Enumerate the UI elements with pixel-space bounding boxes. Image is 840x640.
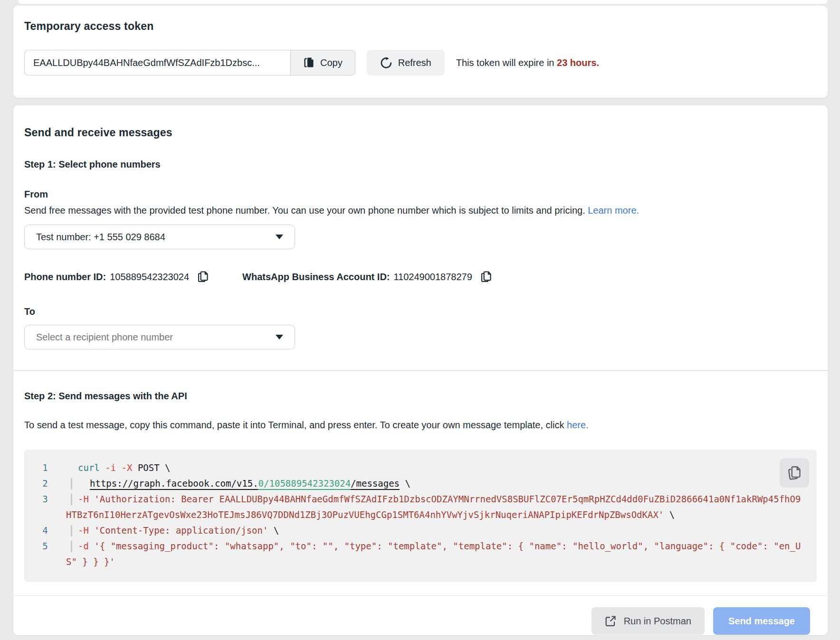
refresh-button-label: Refresh xyxy=(398,57,431,68)
account-ids-row: Phone number ID: 105889542323024 WhatsAp… xyxy=(24,270,817,283)
step2-help-text: To send a test message, copy this comman… xyxy=(24,420,817,431)
code-line-text: -H 'Authorization: Bearer EAALLDUBpy44BA… xyxy=(66,491,804,523)
phone-number-id-group: Phone number ID: 105889542323024 xyxy=(24,270,209,283)
from-number-selected-value: Test number: +1 555 029 8684 xyxy=(36,232,276,243)
waba-id-value: 110249001878279 xyxy=(393,272,472,282)
external-link-icon xyxy=(605,615,616,627)
code-line-text: -H 'Content-Type: application/json' \ xyxy=(66,523,804,538)
code-line-number: 4 xyxy=(24,523,66,538)
copy-token-button[interactable]: Copy xyxy=(290,50,355,75)
code-line-number: 1 xyxy=(24,460,66,476)
code-line-text: https://graph.facebook.com/v15.0/1058895… xyxy=(66,476,804,491)
previous-card-edge xyxy=(18,0,828,4)
copy-button-label: Copy xyxy=(320,57,343,68)
chevron-down-icon xyxy=(276,235,283,239)
code-line: 4-H 'Content-Type: application/json' \ xyxy=(24,523,804,538)
temporary-access-token-card: Temporary access token Copy Refresh xyxy=(13,6,828,98)
send-receive-messages-card: Send and receive messages Step 1: Select… xyxy=(13,105,828,635)
code-lines: 1curl -i -X POST \2https://graph.faceboo… xyxy=(24,460,804,570)
step2-heading: Step 2: Send messages with the API xyxy=(24,391,817,402)
copy-icon xyxy=(197,270,209,283)
to-number-placeholder: Select a recipient phone number xyxy=(36,332,276,343)
copy-icon xyxy=(480,270,492,283)
learn-more-link[interactable]: Learn more. xyxy=(588,205,639,216)
copy-icon xyxy=(303,56,315,69)
code-line-text: curl -i -X POST \ xyxy=(66,460,804,476)
phone-number-id-value: 105889542323024 xyxy=(110,272,189,282)
code-line-number: 5 xyxy=(24,538,66,570)
from-number-select[interactable]: Test number: +1 555 029 8684 xyxy=(24,225,295,249)
copy-phone-id-button[interactable] xyxy=(197,270,209,283)
waba-id-group: WhatsApp Business Account ID: 1102490018… xyxy=(242,270,492,283)
code-line: 1curl -i -X POST \ xyxy=(24,460,804,476)
from-help-body: Send free messages with the provided tes… xyxy=(24,205,588,216)
curl-code-block: 1curl -i -X POST \2https://graph.faceboo… xyxy=(24,450,817,582)
refresh-token-button[interactable]: Refresh xyxy=(367,50,445,75)
token-row: Copy Refresh This token will expire in 2… xyxy=(24,50,813,75)
code-line-number: 2 xyxy=(24,476,66,491)
to-number-select[interactable]: Select a recipient phone number xyxy=(24,325,295,349)
code-line: 5-d '{ "messaging_product": "whatsapp", … xyxy=(24,538,804,570)
code-line: 3-H 'Authorization: Bearer EAALLDUBpy44B… xyxy=(24,491,804,523)
step2-help-body: To send a test message, copy this comman… xyxy=(24,420,567,430)
copy-code-button[interactable] xyxy=(780,458,809,488)
refresh-icon xyxy=(380,56,392,69)
code-line-text: -d '{ "messaging_product": "whatsapp", "… xyxy=(66,538,804,570)
send-button-label: Send message xyxy=(728,616,795,627)
step1-heading: Step 1: Select phone numbers xyxy=(24,159,817,170)
from-help-text: Send free messages with the provided tes… xyxy=(24,204,817,217)
chevron-down-icon xyxy=(276,335,283,339)
section-divider xyxy=(13,370,828,371)
token-expiry-text: This token will expire in 23 hours. xyxy=(456,57,599,68)
copy-icon xyxy=(787,465,802,481)
waba-id-label: WhatsApp Business Account ID: xyxy=(242,272,390,282)
postman-button-label: Run in Postman xyxy=(624,616,691,627)
from-label: From xyxy=(24,189,817,200)
expiry-value: 23 hours. xyxy=(557,57,599,68)
expiry-prefix: This token will expire in xyxy=(456,57,557,68)
send-message-button[interactable]: Send message xyxy=(713,607,810,635)
phone-number-id-label: Phone number ID: xyxy=(24,272,106,282)
token-card-title: Temporary access token xyxy=(24,20,813,33)
actions-footer: Run in Postman Send message xyxy=(13,595,828,635)
code-line-number: 3 xyxy=(24,491,66,523)
messages-card-title: Send and receive messages xyxy=(24,126,817,139)
here-link[interactable]: here. xyxy=(567,420,589,430)
to-label: To xyxy=(24,306,817,317)
access-token-input[interactable] xyxy=(24,50,290,75)
run-in-postman-button[interactable]: Run in Postman xyxy=(592,607,705,635)
code-line: 2https://graph.facebook.com/v15.0/105889… xyxy=(24,476,804,491)
copy-waba-id-button[interactable] xyxy=(480,270,492,283)
